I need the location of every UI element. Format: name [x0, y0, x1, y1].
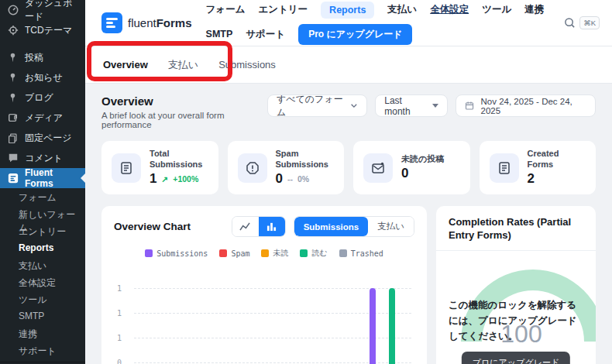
- trend-value: 0%: [297, 174, 309, 184]
- document-icon: [112, 153, 141, 183]
- trend-value: +100%: [173, 174, 198, 184]
- nav-smtp[interactable]: SMTP: [206, 29, 233, 39]
- stat-label: Total Submissions: [150, 149, 208, 170]
- sidebar-item-news[interactable]: お知らせ: [0, 67, 85, 88]
- upgrade-to-pro-button[interactable]: Pro にアップグレード: [298, 24, 412, 45]
- sidebar-subitem-payments[interactable]: 支払い: [0, 256, 85, 273]
- sidebar-item-blog[interactable]: ブログ: [0, 88, 85, 108]
- stat-card-spam-submissions: Spam Submissions 0 -- 0%: [228, 141, 345, 194]
- sidebar-subitem-forms[interactable]: フォーム: [0, 188, 85, 205]
- sidebar-item-label: 投稿: [25, 51, 43, 64]
- sidebar-item-posts[interactable]: 投稿: [0, 47, 85, 67]
- legend-swatch: [300, 249, 308, 257]
- header-nav: フォーム エントリー Reports 支払い 全体設定 ツール 連携 SMTP …: [206, 2, 556, 45]
- sidebar-subitem-entries[interactable]: エントリー: [0, 222, 85, 239]
- tab-overview[interactable]: Overview: [103, 46, 148, 83]
- search-shortcut-badge: ⌘K: [579, 16, 600, 29]
- series-toggle: Submissions 支払い: [294, 216, 414, 237]
- period-filter-value: Last month: [384, 95, 426, 117]
- trend-up-icon: ↗: [161, 174, 168, 184]
- nav-reports[interactable]: Reports: [321, 2, 374, 19]
- sidebar-item-label: メディア: [25, 112, 63, 125]
- stat-card-unread-entries: 未読の投稿 0: [353, 141, 470, 194]
- series-tab-submissions[interactable]: Submissions: [294, 217, 369, 236]
- sidebar-subitem-integrations[interactable]: 連携: [0, 325, 85, 342]
- completion-card-title: Completion Rates (Partial Entry Forms): [436, 216, 596, 251]
- global-search[interactable]: ⌘K: [564, 16, 600, 29]
- sidebar-subitem-global-settings[interactable]: 全体設定: [0, 273, 85, 290]
- completion-rates-card: Completion Rates (Partial Entry Forms) 1…: [436, 206, 596, 364]
- nav-payments[interactable]: 支払い: [387, 3, 417, 16]
- nav-forms[interactable]: フォーム: [206, 3, 246, 16]
- legend-item[interactable]: Trashed: [339, 248, 383, 259]
- filters: すべてのフォーム Last month Nov 24, 2025 - Dec 2…: [267, 94, 596, 117]
- legend-item[interactable]: Submissions: [145, 248, 208, 259]
- sidebar-item-label: 固定ページ: [25, 132, 72, 145]
- stat-label: Spam Submissions: [276, 149, 333, 170]
- legend-swatch: [219, 249, 227, 257]
- sidebar-item-fluent-forms[interactable]: Fluent Forms: [0, 168, 85, 188]
- y-axis-tick: 0: [117, 359, 122, 364]
- fluent-forms-logo[interactable]: fluentForms: [101, 12, 192, 33]
- fluent-forms-logo-icon: [101, 12, 122, 33]
- sidebar-subitem-reports[interactable]: Reports: [0, 239, 85, 256]
- legend-item[interactable]: 未読: [261, 248, 288, 259]
- sidebar-item-tcd-theme[interactable]: TCDテーマ: [0, 20, 85, 40]
- legend-swatch: [145, 249, 153, 257]
- series-tab-payments[interactable]: 支払い: [368, 217, 414, 236]
- pages-icon: [7, 132, 19, 144]
- line-chart-icon[interactable]: [232, 217, 259, 236]
- y-axis-tick: 1: [117, 334, 122, 342]
- nav-global-settings[interactable]: 全体設定: [430, 3, 469, 16]
- fluent-forms-header: fluentForms フォーム エントリー Reports 支払い 全体設定 …: [85, 0, 612, 46]
- sidebar-item-label: お知らせ: [25, 71, 63, 84]
- y-axis-tick: 1: [117, 309, 122, 318]
- tab-submissions[interactable]: Submissions: [218, 46, 276, 83]
- spam-octagon-icon: [238, 153, 267, 183]
- sidebar-subitem-new-form[interactable]: 新しいフォーム: [0, 205, 85, 222]
- nav-integrations[interactable]: 連携: [524, 3, 544, 16]
- mail-unread-icon: [363, 153, 393, 183]
- page-title: Overview: [101, 94, 267, 108]
- overview-content: Overview A brief look at your overall fo…: [85, 84, 612, 364]
- bar-read: [389, 288, 395, 364]
- legend-item[interactable]: Spam: [219, 248, 249, 259]
- form-filter-value: すべてのフォーム: [277, 93, 344, 119]
- upgrade-to-pro-button[interactable]: プロにアップグレード: [462, 352, 570, 364]
- sidebar-subitem-support[interactable]: サポート: [0, 342, 85, 359]
- stat-value: 0: [401, 166, 408, 181]
- pro-lock-message: この機能のロックを解除するには、プロにアップグレードしてください。: [449, 297, 585, 344]
- chart-type-toggle: [232, 216, 286, 237]
- form-filter-select[interactable]: すべてのフォーム: [267, 94, 367, 117]
- nav-entries[interactable]: エントリー: [258, 3, 308, 16]
- date-range-picker[interactable]: Nov 24, 2025 - Dec 24, 2025: [456, 94, 596, 117]
- nav-tools[interactable]: ツール: [482, 3, 511, 16]
- chart-plot-area: 1 1 1 0: [114, 266, 414, 364]
- fluent-forms-icon: [7, 173, 19, 184]
- sidebar-subitem-smtp[interactable]: SMTP: [0, 307, 85, 325]
- document-icon: [490, 153, 519, 183]
- pin-icon: [7, 92, 19, 104]
- sidebar-item-dashboard[interactable]: ダッシュボード: [0, 0, 85, 20]
- nav-support[interactable]: サポート: [246, 28, 285, 41]
- bar-chart-icon[interactable]: [259, 217, 285, 236]
- sidebar-item-pages[interactable]: 固定ページ: [0, 128, 85, 148]
- reports-tabbar: Overview 支払い Submissions: [85, 46, 612, 84]
- gear-icon: [7, 25, 19, 36]
- sidebar-item-label: ブログ: [25, 91, 53, 105]
- calendar-icon: [465, 101, 474, 111]
- chart-title: Overview Chart: [114, 221, 191, 232]
- sidebar-item-media[interactable]: メディア: [0, 108, 85, 128]
- sidebar-item-comments[interactable]: コメント: [0, 148, 85, 168]
- overview-chart-card: Overview Chart Submissions 支払い: [101, 206, 427, 364]
- stat-label: Created Forms: [528, 149, 586, 170]
- legend-item[interactable]: 読む: [300, 248, 327, 259]
- sidebar-subitem-tools[interactable]: ツール: [0, 290, 85, 307]
- sidebar-item-label: コメント: [25, 152, 63, 165]
- trend-flat-icon: --: [287, 174, 293, 184]
- tab-payments[interactable]: 支払い: [168, 46, 198, 83]
- period-filter-select[interactable]: Last month: [375, 94, 448, 117]
- legend-swatch: [339, 249, 347, 257]
- stat-value: 1: [150, 171, 156, 187]
- stat-card-total-submissions: Total Submissions 1 ↗ +100%: [101, 141, 218, 194]
